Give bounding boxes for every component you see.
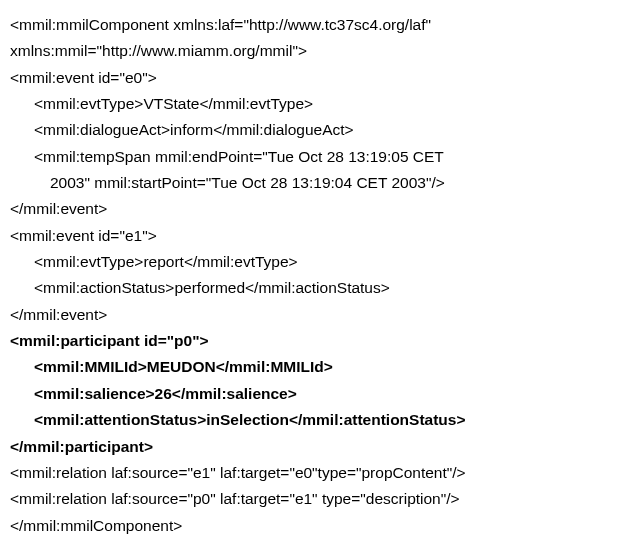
- code-line: <mmil:evtType>report</mmil:evtType>: [10, 249, 630, 275]
- code-line: <mmil:dialogueAct>inform</mmil:dialogueA…: [10, 117, 630, 143]
- code-line: <mmil:mmilComponent xmlns:laf="http://ww…: [10, 12, 630, 38]
- code-line: 2003" mmil:startPoint="Tue Oct 28 13:19:…: [10, 170, 630, 196]
- code-line-bold: <mmil:attentionStatus>inSelection</mmil:…: [10, 407, 630, 433]
- code-line-bold: <mmil:participant id="p0">: [10, 328, 630, 354]
- code-line: <mmil:relation laf:source="p0" laf:targe…: [10, 486, 630, 512]
- code-line: </mmil:event>: [10, 196, 630, 222]
- code-line-bold: <mmil:salience>26</mmil:salience>: [10, 381, 630, 407]
- code-line-bold: <mmil:MMILId>MEUDON</mmil:MMILId>: [10, 354, 630, 380]
- code-line-bold: </mmil:participant>: [10, 434, 630, 460]
- code-line: <mmil:tempSpan mmil:endPoint="Tue Oct 28…: [10, 144, 630, 170]
- code-line: <mmil:event id="e1">: [10, 223, 630, 249]
- code-line: xmlns:mmil="http://www.miamm.org/mmil">: [10, 38, 630, 64]
- code-line: <mmil:evtType>VTState</mmil:evtType>: [10, 91, 630, 117]
- code-line: </mmil:event>: [10, 302, 630, 328]
- code-line: <mmil:actionStatus>performed</mmil:actio…: [10, 275, 630, 301]
- code-line: <mmil:relation laf:source="e1" laf:targe…: [10, 460, 630, 486]
- code-line: <mmil:event id="e0">: [10, 65, 630, 91]
- code-line: </mmil:mmilComponent>: [10, 513, 630, 539]
